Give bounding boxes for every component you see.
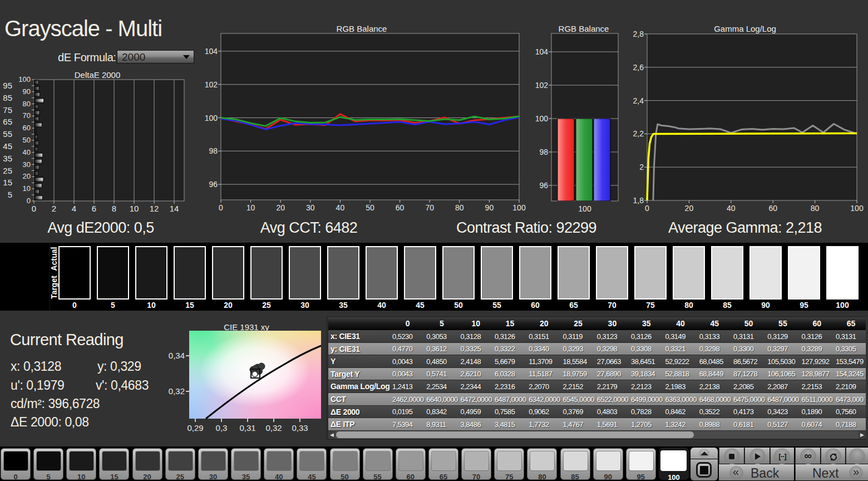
svg-text:98: 98	[209, 146, 218, 155]
svg-text:100: 100	[850, 204, 864, 213]
svg-text:60: 60	[396, 203, 405, 212]
svg-text:1,8: 1,8	[633, 196, 644, 205]
svg-text:2: 2	[52, 204, 56, 213]
svg-text:20: 20	[276, 203, 285, 212]
svg-text:55: 55	[3, 129, 12, 139]
svg-text:30: 30	[306, 203, 315, 212]
svg-text:102: 102	[535, 81, 549, 90]
svg-text:60: 60	[23, 124, 31, 132]
svg-text:15: 15	[3, 178, 12, 187]
svg-text:0,32: 0,32	[265, 423, 282, 433]
svg-text:75: 75	[3, 105, 12, 115]
svg-text:90: 90	[485, 203, 494, 212]
svg-text:102: 102	[205, 80, 218, 89]
svg-text:10: 10	[246, 203, 255, 212]
svg-text:6: 6	[92, 204, 96, 213]
svg-text:100: 100	[578, 204, 591, 213]
svg-text:0: 0	[219, 203, 223, 212]
svg-text:45: 45	[3, 141, 12, 151]
svg-text:25: 25	[3, 166, 12, 175]
svg-text:90: 90	[23, 87, 31, 96]
svg-text:2,4: 2,4	[633, 96, 644, 105]
svg-text:80: 80	[811, 204, 820, 213]
svg-text:2,6: 2,6	[633, 63, 644, 72]
svg-text:10: 10	[130, 204, 139, 213]
svg-text:30: 30	[23, 160, 31, 169]
svg-text:104: 104	[205, 47, 218, 56]
svg-text:70: 70	[23, 111, 31, 120]
svg-text:100: 100	[205, 114, 218, 122]
svg-text:2: 2	[639, 163, 644, 171]
svg-text:35: 35	[3, 154, 12, 163]
svg-text:40: 40	[23, 148, 31, 156]
svg-text:80: 80	[455, 203, 464, 212]
svg-text:20: 20	[685, 204, 694, 213]
svg-text:104: 104	[535, 47, 549, 56]
svg-text:40: 40	[727, 204, 736, 213]
svg-text:96: 96	[539, 181, 548, 190]
svg-text:60: 60	[768, 204, 777, 213]
svg-text:80: 80	[23, 100, 31, 108]
svg-text:100: 100	[18, 75, 31, 84]
svg-text:0,3: 0,3	[216, 423, 228, 433]
svg-text:0,33: 0,33	[292, 423, 308, 433]
svg-text:65: 65	[3, 117, 12, 126]
svg-text:98: 98	[539, 148, 548, 156]
svg-text:8: 8	[112, 204, 116, 213]
svg-text:14: 14	[170, 204, 179, 213]
svg-text:70: 70	[425, 203, 434, 212]
svg-text:50: 50	[366, 203, 374, 212]
svg-text:50: 50	[23, 136, 31, 144]
svg-text:2,2: 2,2	[633, 129, 644, 138]
svg-text:0: 0	[32, 204, 36, 213]
svg-text:0: 0	[27, 197, 31, 205]
svg-text:5: 5	[8, 190, 12, 199]
svg-text:0,29: 0,29	[187, 423, 203, 433]
svg-text:12: 12	[150, 204, 159, 213]
svg-text:0,32: 0,32	[169, 386, 185, 396]
svg-text:85: 85	[3, 93, 12, 102]
svg-text:100: 100	[535, 114, 549, 123]
svg-text:4: 4	[72, 204, 76, 213]
svg-text:2,8: 2,8	[633, 31, 644, 38]
svg-text:95: 95	[3, 81, 12, 90]
svg-text:100: 100	[512, 203, 526, 212]
svg-text:10: 10	[23, 184, 31, 193]
svg-text:0,34: 0,34	[169, 351, 185, 360]
svg-text:0: 0	[645, 204, 649, 213]
svg-text:40: 40	[336, 203, 345, 212]
svg-text:20: 20	[23, 172, 31, 180]
svg-text:96: 96	[209, 180, 218, 189]
svg-text:0,31: 0,31	[239, 423, 255, 433]
